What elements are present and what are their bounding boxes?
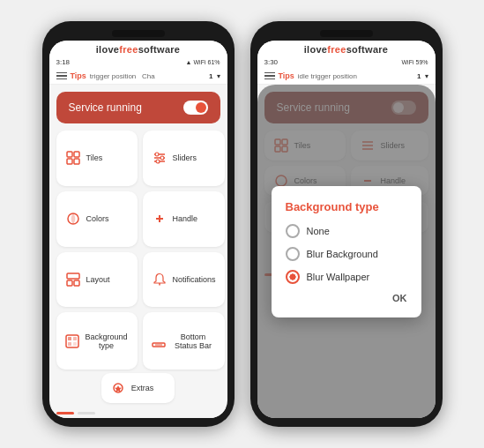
menu-item-handle[interactable]: Handle [143, 191, 225, 247]
menu-item-background[interactable]: Background type [56, 312, 138, 370]
menu-item-sliders[interactable]: Sliders [143, 131, 225, 186]
wifi-icon-2: WiFi [401, 59, 413, 65]
hamburger-line-1b [264, 72, 275, 74]
chevron-down-2[interactable]: ▾ [425, 72, 428, 80]
sliders-icon [152, 150, 168, 166]
notifications-icon [152, 272, 168, 287]
colors-label: Colors [86, 214, 109, 223]
phone-2: ilovefreesoftware 3:30 WiFi 59% Tips idl… [250, 21, 443, 427]
service-text-1: Service running [69, 101, 142, 114]
dialog-overlay: Background type None Blur Background [257, 85, 436, 418]
svg-rect-0 [67, 152, 72, 157]
brand-free-2: free [327, 44, 346, 55]
time-1: 3:18 [56, 58, 71, 66]
tips-label-1: Tips [71, 71, 86, 80]
extras-icon [110, 380, 126, 396]
hamburger-line-1 [56, 72, 67, 74]
radio-blur-wallpaper-label: Blur Wallpaper [307, 272, 370, 282]
handle-label: Handle [173, 214, 198, 223]
bottom-dot-inactive [78, 412, 95, 414]
radio-blur-wallpaper[interactable] [286, 270, 300, 284]
phone-screen-2: ilovefreesoftware 3:30 WiFi 59% Tips idl… [257, 41, 436, 418]
dialog-background-type: Background type None Blur Background [272, 186, 421, 317]
tips-bar-2[interactable]: Tips idle trigger position 1 ▾ [257, 68, 436, 85]
background-icon [65, 333, 79, 349]
menu-item-tiles[interactable]: Tiles [56, 131, 138, 186]
wifi-icon-1: WiFi [193, 59, 205, 65]
service-toggle-1[interactable] [183, 101, 208, 115]
phone-1: ilovefreesoftware 3:18 ▲ WiFi 61% Tips [42, 21, 235, 427]
svg-rect-17 [66, 335, 78, 347]
tips-cha-1: Cha [142, 72, 155, 80]
bottom-dot-active [56, 412, 74, 414]
phone-notch-1 [112, 30, 165, 37]
brand-ilove-1: ilove [96, 44, 120, 55]
svg-rect-2 [67, 159, 72, 164]
chevron-down-1[interactable]: ▾ [217, 72, 220, 80]
bottom-bar-1 [49, 408, 227, 418]
tips-num-2: 1 [417, 72, 421, 80]
brand-ilove-2: ilove [304, 44, 328, 55]
phone-notch-2 [320, 30, 373, 37]
svg-rect-3 [74, 159, 79, 164]
brand-software-1: software [138, 44, 181, 55]
tiles-icon [65, 150, 81, 166]
brand-bar-1: ilovefreesoftware [49, 41, 227, 56]
svg-rect-20 [68, 342, 71, 346]
menu-item-colors[interactable]: Colors [56, 191, 138, 247]
menu-item-layout[interactable]: Layout [56, 252, 138, 308]
extras-label: Extras [131, 384, 154, 392]
tips-bar-1[interactable]: Tips trigger position Cha 1 ▾ [49, 68, 227, 85]
svg-rect-1 [74, 152, 79, 157]
hamburger-menu-2[interactable] [264, 72, 275, 80]
brand-software-2: software [346, 44, 389, 55]
hamburger-line-2b [264, 75, 275, 77]
notifications-label: Notifications [173, 275, 216, 284]
hamburger-line-3b [264, 78, 275, 80]
dialog-title: Background type [286, 200, 407, 213]
dialog-footer: OK [286, 293, 407, 303]
svg-point-8 [160, 156, 164, 160]
colors-icon [65, 211, 81, 227]
radio-option-blur-wallpaper[interactable]: Blur Wallpaper [286, 270, 407, 284]
hamburger-line-2 [56, 75, 67, 77]
radio-option-none[interactable]: None [286, 224, 407, 238]
screen-content-2: Service running Tiles [257, 85, 436, 418]
tips-num-1: 1 [209, 72, 212, 80]
svg-rect-19 [73, 337, 77, 340]
status-icons-1: ▲ WiFi 61% [186, 59, 220, 65]
layout-label: Layout [86, 275, 110, 284]
tips-text-2: idle trigger position [298, 72, 413, 80]
statusbar-icon [152, 333, 166, 349]
menu-item-extras[interactable]: Extras [101, 373, 175, 403]
svg-rect-13 [67, 273, 79, 279]
handle-icon [152, 211, 168, 227]
status-bar-2: 3:30 WiFi 59% [257, 56, 436, 68]
battery-2: 59% [415, 59, 428, 65]
brand-free-1: free [119, 44, 138, 55]
menu-item-notifications[interactable]: Notifications [143, 252, 225, 308]
layout-icon [65, 272, 81, 287]
tiles-label: Tiles [86, 153, 103, 162]
battery-1: 61% [207, 59, 220, 65]
radio-blur-background[interactable] [286, 247, 300, 261]
time-2: 3:30 [264, 58, 279, 66]
phones-container: ilovefreesoftware 3:18 ▲ WiFi 61% Tips [34, 12, 451, 436]
service-bar-1: Service running [56, 92, 220, 123]
brand-bar-2: ilovefreesoftware [257, 41, 436, 56]
hamburger-line-3 [56, 78, 67, 80]
radio-none[interactable] [286, 224, 300, 238]
radio-option-blur-background[interactable]: Blur Background [286, 247, 407, 261]
hamburger-menu-1[interactable] [56, 72, 67, 80]
tips-label-2: Tips [279, 71, 294, 80]
svg-rect-14 [67, 280, 72, 286]
menu-item-statusbar[interactable]: Bottom Status Bar [143, 312, 225, 370]
svg-rect-18 [68, 337, 71, 340]
ok-button[interactable]: OK [392, 293, 407, 303]
signal-icon-1: ▲ [186, 59, 192, 65]
phone-screen-1: ilovefreesoftware 3:18 ▲ WiFi 61% Tips [49, 41, 227, 418]
tips-text-1: trigger position Cha [90, 72, 205, 80]
radio-blur-background-label: Blur Background [307, 249, 378, 259]
statusbar-label: Bottom Status Bar [171, 332, 216, 350]
svg-rect-21 [73, 342, 77, 346]
